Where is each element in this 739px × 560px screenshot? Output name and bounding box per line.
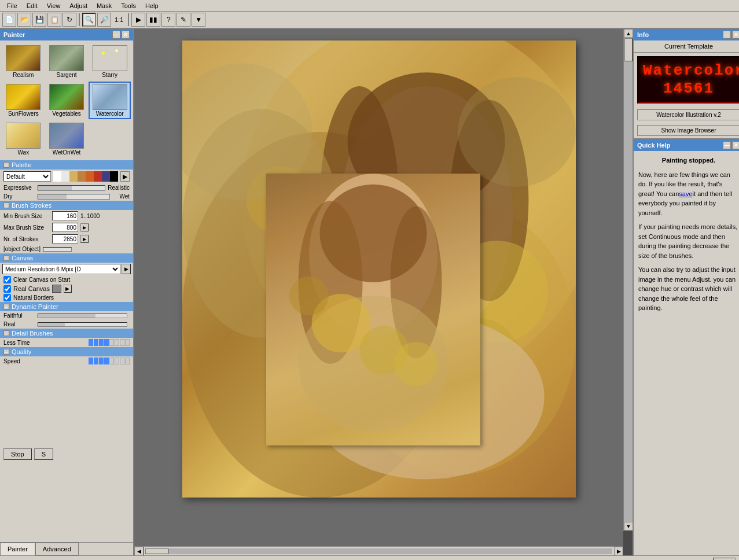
save-button[interactable]: 💾 <box>32 13 46 27</box>
brush-strokes-collapse[interactable]: – <box>3 202 9 208</box>
scroll-right-btn[interactable]: ▶ <box>614 547 623 556</box>
expressive-slider[interactable] <box>38 185 105 191</box>
info-title: Info <box>637 31 649 38</box>
canvas-collapse[interactable]: – <box>3 255 9 261</box>
info-close-btn[interactable]: ✕ <box>732 31 739 39</box>
tab-painter[interactable]: Painter <box>0 543 35 555</box>
style-sunflowers[interactable]: SunFlowers <box>2 82 45 119</box>
menu-edit[interactable]: Edit <box>22 1 42 10</box>
style-vegetables[interactable]: Vegetables <box>46 82 88 119</box>
min-brush-range: 1..1000 <box>80 213 100 219</box>
color-brown[interactable] <box>78 171 86 182</box>
color-blue[interactable] <box>102 171 110 182</box>
scroll-down-btn[interactable]: ▼ <box>624 522 633 531</box>
max-brush-input[interactable] <box>52 223 78 232</box>
min-brush-input[interactable] <box>52 211 78 220</box>
quick-help-header: Quick Help — ✕ <box>634 139 739 151</box>
palette-more-arrow[interactable]: ▶ <box>120 171 130 182</box>
menu-tools[interactable]: Tools <box>116 1 141 10</box>
scroll-left-btn[interactable]: ◀ <box>134 547 144 556</box>
canvas-resolution-select[interactable]: Medium Resolution 6 Mpix [D <box>2 264 120 274</box>
real-slider[interactable] <box>38 322 127 327</box>
style-realism[interactable]: Realism <box>2 43 45 80</box>
play-button[interactable]: ▶ <box>131 13 145 27</box>
dry-slider[interactable] <box>38 194 110 200</box>
scroll-up-btn[interactable]: ▲ <box>624 29 633 38</box>
palette-label: Palette <box>12 161 31 168</box>
led-line1: Watercolor <box>643 62 734 80</box>
real-canvas-checkbox[interactable] <box>3 285 11 293</box>
less-time-bar[interactable] <box>89 339 130 346</box>
outline-slider[interactable] <box>43 247 72 252</box>
speed-bar[interactable] <box>89 358 130 364</box>
style-wax-label: Wax <box>18 149 30 156</box>
stop-painting-button[interactable]: Stop <box>3 448 32 460</box>
quick-help-close-btn[interactable]: ✕ <box>732 141 739 149</box>
real-canvas-row: Real Canvas ▶ <box>0 284 133 293</box>
new-button[interactable]: 📄 <box>2 13 16 27</box>
spd-6 <box>115 358 119 364</box>
faithful-slider[interactable] <box>38 314 127 318</box>
extra-button[interactable]: ▼ <box>192 13 205 27</box>
svg-point-22 <box>289 277 329 316</box>
revert-button[interactable]: ↻ <box>62 13 76 27</box>
real-canvas-btn[interactable]: ▶ <box>64 285 72 293</box>
h-scroll-thumb[interactable] <box>145 548 168 554</box>
canvas-dropdown-row: Medium Resolution 6 Mpix [D ▶ <box>0 263 133 275</box>
pin-button[interactable]: — <box>112 31 120 39</box>
max-brush-arrow[interactable]: ▶ <box>80 223 89 231</box>
bottom-tabs: Painter Advanced <box>0 542 133 555</box>
canvas-dd-btn[interactable]: ▶ <box>122 264 131 274</box>
real-canvas-label: Real Canvas <box>13 285 50 292</box>
color-black[interactable] <box>110 171 118 182</box>
quick-help-panel: Quick Help — ✕ Painting stopped. Now, he… <box>634 138 739 555</box>
v-scroll-thumb[interactable] <box>624 38 633 61</box>
clear-canvas-checkbox[interactable] <box>3 276 11 283</box>
natural-borders-checkbox[interactable] <box>3 294 11 301</box>
detail-brushes-collapse[interactable]: – <box>3 330 9 336</box>
tab-advanced[interactable]: Advanced <box>35 543 79 555</box>
open-button[interactable]: 📂 <box>17 13 31 27</box>
menu-adjust[interactable]: Adjust <box>65 1 92 10</box>
color-white[interactable] <box>53 171 61 182</box>
stop-button[interactable]: ▮▮ <box>146 13 160 27</box>
menu-help[interactable]: Help <box>141 1 163 10</box>
color-lightgray[interactable] <box>61 171 69 182</box>
painting-canvas <box>182 40 576 498</box>
color-orange[interactable] <box>86 171 94 182</box>
quick-help-pin-btn[interactable]: — <box>723 141 731 149</box>
dynamic-painter-collapse[interactable]: – <box>3 304 9 310</box>
start-painting-button[interactable]: S <box>34 448 53 460</box>
help-button[interactable]: ? <box>161 13 175 27</box>
real-canvas-swatch[interactable] <box>52 285 61 293</box>
style-starry[interactable]: Starry <box>89 43 131 80</box>
brush-strokes-label: Brush Strokes <box>12 202 52 209</box>
saveas-button[interactable]: 📋 <box>47 13 61 27</box>
color-red[interactable] <box>94 171 102 182</box>
style-watercolor-label: Watercolor <box>96 110 124 117</box>
palette-collapse[interactable]: – <box>3 162 9 168</box>
show-browser-button[interactable]: Show Image Browser <box>637 125 739 136</box>
template-name-button[interactable]: Watercolor Illustration v.2 <box>637 109 739 120</box>
menu-file[interactable]: File <box>2 1 22 10</box>
style-watercolor[interactable]: Watercolor <box>89 82 131 119</box>
color-tan[interactable] <box>69 171 78 182</box>
nr-strokes-input[interactable] <box>52 234 78 244</box>
v-scroll-track[interactable] <box>624 38 633 522</box>
h-scroll-track[interactable] <box>145 548 612 554</box>
menu-view[interactable]: View <box>42 1 65 10</box>
zoom-in-button[interactable]: 🔍 <box>82 13 96 27</box>
menu-mask[interactable]: Mask <box>92 1 116 10</box>
help-para1: Now, here are few things we can do. If y… <box>638 170 739 218</box>
style-wax[interactable]: Wax <box>2 120 45 158</box>
zoom-out-button[interactable]: 🔎 <box>97 13 111 27</box>
quality-collapse[interactable]: – <box>3 349 9 355</box>
paint-button[interactable]: ✎ <box>177 13 190 27</box>
info-pin-btn[interactable]: — <box>723 31 731 39</box>
help-save-link[interactable]: save <box>679 190 692 197</box>
style-wetonwet[interactable]: WetOnWet <box>46 120 88 158</box>
palette-select[interactable]: Default <box>3 171 51 182</box>
nr-strokes-arrow[interactable]: ▶ <box>80 235 89 243</box>
style-sargent[interactable]: Sargent <box>46 43 88 80</box>
close-panel-button[interactable]: ✕ <box>122 31 130 39</box>
